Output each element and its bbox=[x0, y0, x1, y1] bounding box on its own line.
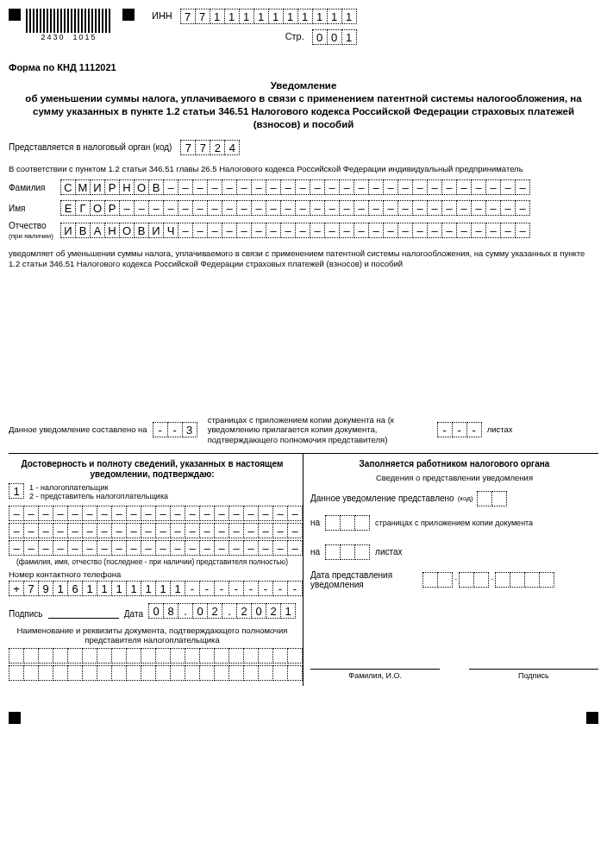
page-value: 001 bbox=[312, 29, 357, 45]
right-sign-label: Подпись bbox=[469, 671, 598, 680]
date-label: Дата bbox=[124, 609, 143, 619]
tax-office-column: Заполняется работником налогового органа… bbox=[304, 454, 598, 686]
presented-label: Данное уведомление представлено bbox=[310, 494, 454, 503]
rep-name-2: –––––––––––––––––––– bbox=[9, 523, 303, 538]
sign-label: Подпись bbox=[9, 609, 43, 619]
inn-label: ИНН bbox=[152, 10, 172, 21]
doc-title-left: Наименование и реквизиты документа, подт… bbox=[9, 626, 296, 645]
left-title: Достоверность и полноту сведений, указан… bbox=[9, 459, 296, 480]
form-code: Форма по КНД 1112021 bbox=[9, 62, 598, 72]
submitter-column: Достоверность и полноту сведений, указан… bbox=[9, 454, 304, 686]
signature-line bbox=[48, 618, 119, 619]
firstname-value: ЕГОР–––––––––––––––––––––––––––– bbox=[60, 200, 530, 216]
sheets-value: --- bbox=[437, 422, 482, 437]
presented-code bbox=[477, 491, 507, 506]
right-sheets bbox=[325, 544, 370, 560]
patronymic-value: ИВАНОВИЧ–––––––––––––––––––––––– bbox=[60, 223, 530, 238]
right-title: Заполняется работником налогового органа bbox=[310, 459, 598, 469]
page-label: Стр. bbox=[285, 31, 304, 41]
right-date-label: Дата представления уведомления bbox=[310, 570, 414, 589]
fio-label: Фамилия, И.О. bbox=[310, 671, 440, 680]
phone-value: +79161111111-------- bbox=[9, 581, 303, 596]
right-subtitle: Сведения о представлении уведомления bbox=[310, 473, 598, 482]
doc-title: Уведомление об уменьшении суммы налога, … bbox=[9, 79, 598, 131]
phone-label: Номер контактного телефона bbox=[9, 569, 296, 579]
rep-name-3: –––––––––––––––––––– bbox=[9, 540, 303, 556]
marker-bottom-left bbox=[9, 712, 21, 724]
notify-text: уведомляет об уменьшении суммы налога, у… bbox=[9, 248, 598, 270]
marker-2 bbox=[122, 9, 135, 21]
right-pages bbox=[325, 515, 370, 531]
inn-value: 771111111111 bbox=[180, 9, 357, 24]
confirmation-block: Достоверность и полноту сведений, указан… bbox=[9, 454, 598, 686]
tax-org-code: 7724 bbox=[180, 140, 240, 155]
rep-name-1: –––––––––––––––––––– bbox=[9, 506, 303, 521]
tax-org-row: Представляется в налоговый орган (код) 7… bbox=[9, 140, 598, 155]
page-footer bbox=[9, 712, 598, 724]
legal-basis: В соответствии с пунктом 1.2 статьи 346.… bbox=[9, 164, 598, 174]
barcode: 2430 1015 bbox=[26, 9, 112, 41]
marker-top-left bbox=[9, 9, 21, 21]
patronymic-row: Отчество(при наличии) ИВАНОВИЧ––––––––––… bbox=[9, 221, 598, 240]
date-value: 08.02.2021 bbox=[148, 603, 296, 619]
doc-line-2 bbox=[9, 665, 303, 681]
firstname-row: Имя ЕГОР–––––––––––––––––––––––––––– bbox=[9, 200, 598, 216]
marker-bottom-right bbox=[586, 712, 598, 724]
right-date: .. bbox=[422, 572, 554, 588]
rep-hint: (фамилия, имя, отчество (последнее - при… bbox=[9, 557, 296, 566]
surname-row: Фамилия СМИРНОВ––––––––––––––––––––––––– bbox=[9, 179, 598, 195]
pages-row: Данное уведомление составлено на --3 стр… bbox=[9, 415, 598, 444]
doc-line-1 bbox=[9, 648, 303, 664]
page-header: 2430 1015 ИНН 771111111111 Стр. 001 bbox=[9, 9, 598, 45]
submitter-type: 1 bbox=[9, 483, 24, 499]
pages-value: --3 bbox=[153, 422, 197, 437]
surname-value: СМИРНОВ––––––––––––––––––––––––– bbox=[60, 179, 530, 195]
